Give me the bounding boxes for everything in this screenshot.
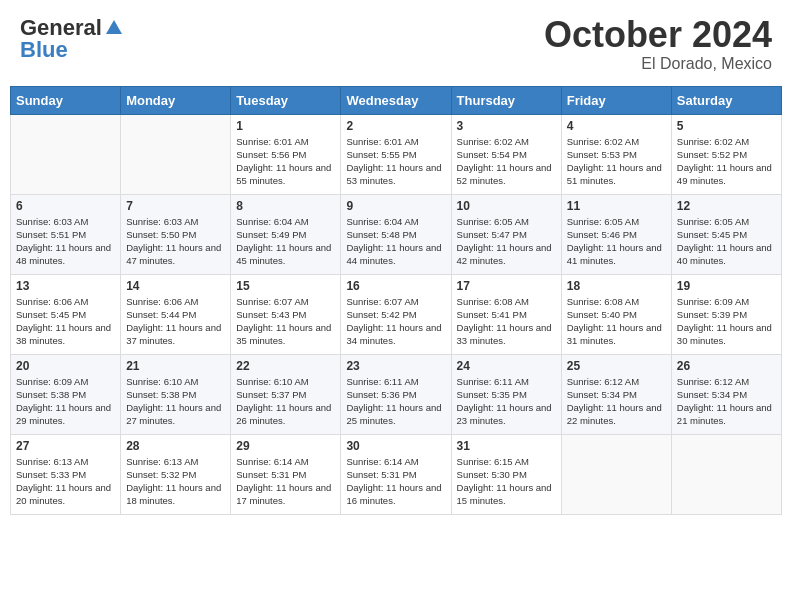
day-info: Sunrise: 6:14 AMSunset: 5:31 PMDaylight:…: [346, 455, 445, 508]
day-number: 20: [16, 359, 115, 373]
day-number: 3: [457, 119, 556, 133]
day-number: 14: [126, 279, 225, 293]
day-info: Sunrise: 6:09 AMSunset: 5:38 PMDaylight:…: [16, 375, 115, 428]
day-number: 21: [126, 359, 225, 373]
day-info: Sunrise: 6:03 AMSunset: 5:51 PMDaylight:…: [16, 215, 115, 268]
day-info: Sunrise: 6:06 AMSunset: 5:44 PMDaylight:…: [126, 295, 225, 348]
calendar-cell: 21Sunrise: 6:10 AMSunset: 5:38 PMDayligh…: [121, 354, 231, 434]
day-info: Sunrise: 6:04 AMSunset: 5:49 PMDaylight:…: [236, 215, 335, 268]
day-info: Sunrise: 6:11 AMSunset: 5:35 PMDaylight:…: [457, 375, 556, 428]
calendar-week-row: 27Sunrise: 6:13 AMSunset: 5:33 PMDayligh…: [11, 434, 782, 514]
calendar-cell: 1Sunrise: 6:01 AMSunset: 5:56 PMDaylight…: [231, 114, 341, 194]
day-info: Sunrise: 6:08 AMSunset: 5:41 PMDaylight:…: [457, 295, 556, 348]
calendar-week-row: 6Sunrise: 6:03 AMSunset: 5:51 PMDaylight…: [11, 194, 782, 274]
day-info: Sunrise: 6:04 AMSunset: 5:48 PMDaylight:…: [346, 215, 445, 268]
calendar-cell: 16Sunrise: 6:07 AMSunset: 5:42 PMDayligh…: [341, 274, 451, 354]
day-number: 31: [457, 439, 556, 453]
calendar-cell: 28Sunrise: 6:13 AMSunset: 5:32 PMDayligh…: [121, 434, 231, 514]
calendar-cell: [121, 114, 231, 194]
title-area: October 2024 El Dorado, Mexico: [544, 15, 772, 73]
calendar-cell: 20Sunrise: 6:09 AMSunset: 5:38 PMDayligh…: [11, 354, 121, 434]
svg-marker-0: [106, 20, 122, 34]
day-info: Sunrise: 6:08 AMSunset: 5:40 PMDaylight:…: [567, 295, 666, 348]
day-number: 19: [677, 279, 776, 293]
weekday-header: Sunday: [11, 86, 121, 114]
day-number: 4: [567, 119, 666, 133]
day-number: 22: [236, 359, 335, 373]
calendar-week-row: 13Sunrise: 6:06 AMSunset: 5:45 PMDayligh…: [11, 274, 782, 354]
calendar-cell: 4Sunrise: 6:02 AMSunset: 5:53 PMDaylight…: [561, 114, 671, 194]
day-number: 7: [126, 199, 225, 213]
day-info: Sunrise: 6:13 AMSunset: 5:32 PMDaylight:…: [126, 455, 225, 508]
weekday-header: Monday: [121, 86, 231, 114]
day-info: Sunrise: 6:07 AMSunset: 5:43 PMDaylight:…: [236, 295, 335, 348]
day-number: 8: [236, 199, 335, 213]
calendar-cell: 15Sunrise: 6:07 AMSunset: 5:43 PMDayligh…: [231, 274, 341, 354]
calendar-cell: 12Sunrise: 6:05 AMSunset: 5:45 PMDayligh…: [671, 194, 781, 274]
month-title: October 2024: [544, 15, 772, 55]
day-number: 11: [567, 199, 666, 213]
logo-icon: [104, 18, 124, 38]
day-info: Sunrise: 6:11 AMSunset: 5:36 PMDaylight:…: [346, 375, 445, 428]
calendar-cell: 22Sunrise: 6:10 AMSunset: 5:37 PMDayligh…: [231, 354, 341, 434]
day-info: Sunrise: 6:01 AMSunset: 5:56 PMDaylight:…: [236, 135, 335, 188]
weekday-header: Thursday: [451, 86, 561, 114]
calendar-week-row: 20Sunrise: 6:09 AMSunset: 5:38 PMDayligh…: [11, 354, 782, 434]
calendar-cell: 8Sunrise: 6:04 AMSunset: 5:49 PMDaylight…: [231, 194, 341, 274]
logo-blue: Blue: [20, 37, 68, 63]
day-number: 26: [677, 359, 776, 373]
calendar-cell: 14Sunrise: 6:06 AMSunset: 5:44 PMDayligh…: [121, 274, 231, 354]
day-info: Sunrise: 6:05 AMSunset: 5:46 PMDaylight:…: [567, 215, 666, 268]
calendar: SundayMondayTuesdayWednesdayThursdayFrid…: [10, 86, 782, 515]
day-info: Sunrise: 6:12 AMSunset: 5:34 PMDaylight:…: [567, 375, 666, 428]
calendar-cell: 18Sunrise: 6:08 AMSunset: 5:40 PMDayligh…: [561, 274, 671, 354]
day-info: Sunrise: 6:02 AMSunset: 5:53 PMDaylight:…: [567, 135, 666, 188]
location: El Dorado, Mexico: [544, 55, 772, 73]
day-info: Sunrise: 6:10 AMSunset: 5:38 PMDaylight:…: [126, 375, 225, 428]
logo: General Blue: [20, 15, 124, 63]
calendar-cell: 17Sunrise: 6:08 AMSunset: 5:41 PMDayligh…: [451, 274, 561, 354]
day-number: 1: [236, 119, 335, 133]
day-info: Sunrise: 6:15 AMSunset: 5:30 PMDaylight:…: [457, 455, 556, 508]
day-number: 2: [346, 119, 445, 133]
calendar-cell: 19Sunrise: 6:09 AMSunset: 5:39 PMDayligh…: [671, 274, 781, 354]
day-number: 18: [567, 279, 666, 293]
day-info: Sunrise: 6:13 AMSunset: 5:33 PMDaylight:…: [16, 455, 115, 508]
day-info: Sunrise: 6:01 AMSunset: 5:55 PMDaylight:…: [346, 135, 445, 188]
day-number: 5: [677, 119, 776, 133]
calendar-cell: 3Sunrise: 6:02 AMSunset: 5:54 PMDaylight…: [451, 114, 561, 194]
day-number: 27: [16, 439, 115, 453]
calendar-cell: [561, 434, 671, 514]
day-info: Sunrise: 6:02 AMSunset: 5:54 PMDaylight:…: [457, 135, 556, 188]
day-number: 30: [346, 439, 445, 453]
day-number: 9: [346, 199, 445, 213]
weekday-header-row: SundayMondayTuesdayWednesdayThursdayFrid…: [11, 86, 782, 114]
day-info: Sunrise: 6:05 AMSunset: 5:47 PMDaylight:…: [457, 215, 556, 268]
day-number: 29: [236, 439, 335, 453]
calendar-cell: 26Sunrise: 6:12 AMSunset: 5:34 PMDayligh…: [671, 354, 781, 434]
day-number: 25: [567, 359, 666, 373]
weekday-header: Saturday: [671, 86, 781, 114]
calendar-cell: 24Sunrise: 6:11 AMSunset: 5:35 PMDayligh…: [451, 354, 561, 434]
calendar-cell: 27Sunrise: 6:13 AMSunset: 5:33 PMDayligh…: [11, 434, 121, 514]
day-info: Sunrise: 6:03 AMSunset: 5:50 PMDaylight:…: [126, 215, 225, 268]
calendar-cell: 6Sunrise: 6:03 AMSunset: 5:51 PMDaylight…: [11, 194, 121, 274]
day-info: Sunrise: 6:12 AMSunset: 5:34 PMDaylight:…: [677, 375, 776, 428]
calendar-cell: 23Sunrise: 6:11 AMSunset: 5:36 PMDayligh…: [341, 354, 451, 434]
day-number: 6: [16, 199, 115, 213]
page-header: General Blue October 2024 El Dorado, Mex…: [10, 10, 782, 78]
day-number: 23: [346, 359, 445, 373]
day-info: Sunrise: 6:06 AMSunset: 5:45 PMDaylight:…: [16, 295, 115, 348]
day-info: Sunrise: 6:10 AMSunset: 5:37 PMDaylight:…: [236, 375, 335, 428]
calendar-week-row: 1Sunrise: 6:01 AMSunset: 5:56 PMDaylight…: [11, 114, 782, 194]
calendar-cell: 5Sunrise: 6:02 AMSunset: 5:52 PMDaylight…: [671, 114, 781, 194]
weekday-header: Tuesday: [231, 86, 341, 114]
calendar-cell: 7Sunrise: 6:03 AMSunset: 5:50 PMDaylight…: [121, 194, 231, 274]
calendar-cell: 10Sunrise: 6:05 AMSunset: 5:47 PMDayligh…: [451, 194, 561, 274]
calendar-cell: 13Sunrise: 6:06 AMSunset: 5:45 PMDayligh…: [11, 274, 121, 354]
calendar-cell: [671, 434, 781, 514]
day-number: 13: [16, 279, 115, 293]
day-info: Sunrise: 6:05 AMSunset: 5:45 PMDaylight:…: [677, 215, 776, 268]
day-info: Sunrise: 6:07 AMSunset: 5:42 PMDaylight:…: [346, 295, 445, 348]
weekday-header: Friday: [561, 86, 671, 114]
